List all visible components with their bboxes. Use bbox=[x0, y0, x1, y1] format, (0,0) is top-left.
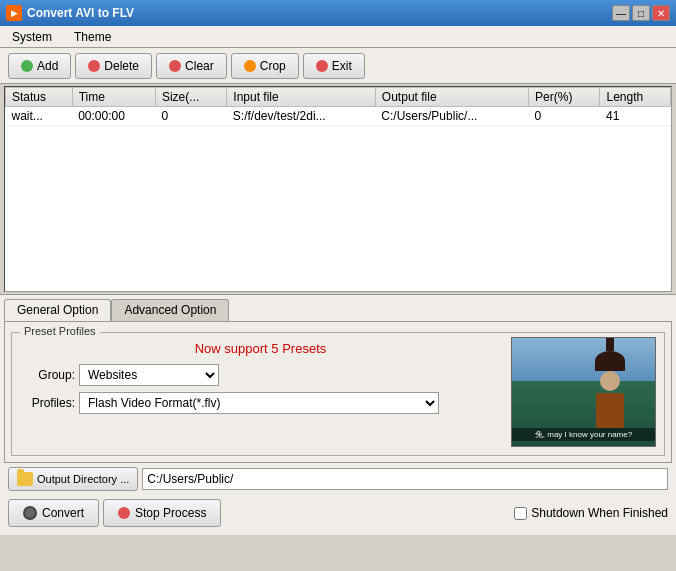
delete-icon bbox=[88, 60, 100, 72]
shutdown-checkbox-row: Shutdown When Finished bbox=[514, 506, 668, 520]
window-title: Convert AVI to FLV bbox=[27, 6, 134, 20]
maximize-button[interactable]: □ bbox=[632, 5, 650, 21]
tab-general[interactable]: General Option bbox=[4, 299, 111, 321]
stop-icon bbox=[118, 507, 130, 519]
output-directory-input[interactable] bbox=[142, 468, 668, 490]
bottom-panel: General Option Advanced Option Preset Pr… bbox=[0, 294, 676, 535]
video-thumbnail: 兔, may I know your name? bbox=[511, 337, 656, 447]
group-select[interactable]: WebsitesMobileHD VideoDVDCustom bbox=[79, 364, 219, 386]
col-status: Status bbox=[6, 88, 73, 107]
group-box-label: Preset Profiles bbox=[20, 325, 100, 337]
window-controls: — □ ✕ bbox=[612, 5, 670, 21]
add-button[interactable]: Add bbox=[8, 53, 71, 79]
gear-icon bbox=[23, 506, 37, 520]
shutdown-label: Shutdown When Finished bbox=[531, 506, 668, 520]
shutdown-checkbox[interactable] bbox=[514, 507, 527, 520]
menu-bar: System Theme bbox=[0, 26, 676, 48]
cell-per: 0 bbox=[529, 107, 600, 126]
table-row[interactable]: wait... 00:00:00 0 S:/f/dev/test/2di... … bbox=[6, 107, 671, 126]
convert-button[interactable]: Convert bbox=[8, 499, 99, 527]
tab-bar: General Option Advanced Option bbox=[4, 299, 672, 321]
clear-button[interactable]: Clear bbox=[156, 53, 227, 79]
output-directory-row: Output Directory ... bbox=[8, 467, 668, 491]
tab-advanced[interactable]: Advanced Option bbox=[111, 299, 229, 321]
title-bar: ▶ Convert AVI to FLV — □ ✕ bbox=[0, 0, 676, 26]
profiles-label: Profiles: bbox=[20, 396, 75, 410]
group-row: Group: WebsitesMobileHD VideoDVDCustom bbox=[20, 364, 501, 386]
stop-process-button[interactable]: Stop Process bbox=[103, 499, 221, 527]
toolbar: Add Delete Clear Crop Exit bbox=[0, 48, 676, 84]
menu-theme[interactable]: Theme bbox=[68, 28, 117, 46]
tab-content: Preset Profiles Now support 5 Presets Gr… bbox=[4, 321, 672, 463]
col-input: Input file bbox=[227, 88, 376, 107]
crop-icon bbox=[244, 60, 256, 72]
exit-button[interactable]: Exit bbox=[303, 53, 365, 79]
menu-system[interactable]: System bbox=[6, 28, 58, 46]
output-directory-button[interactable]: Output Directory ... bbox=[8, 467, 138, 491]
file-list: Status Time Size(... Input file Output f… bbox=[4, 86, 672, 292]
app-icon: ▶ bbox=[6, 5, 22, 21]
cell-size: 0 bbox=[155, 107, 226, 126]
clear-icon bbox=[169, 60, 181, 72]
col-time: Time bbox=[72, 88, 155, 107]
crop-button[interactable]: Crop bbox=[231, 53, 299, 79]
exit-icon bbox=[316, 60, 328, 72]
delete-button[interactable]: Delete bbox=[75, 53, 152, 79]
close-button[interactable]: ✕ bbox=[652, 5, 670, 21]
support-text: Now support 5 Presets bbox=[20, 341, 501, 356]
profiles-row: Profiles: Flash Video Format(*.flv)H.264… bbox=[20, 392, 501, 414]
folder-icon bbox=[17, 472, 33, 486]
video-subtitle: 兔, may I know your name? bbox=[512, 428, 655, 441]
col-per: Per(%) bbox=[529, 88, 600, 107]
preset-profiles-group: Preset Profiles Now support 5 Presets Gr… bbox=[11, 332, 665, 456]
cell-input: S:/f/dev/test/2di... bbox=[227, 107, 376, 126]
group-label: Group: bbox=[20, 368, 75, 382]
preset-controls: Now support 5 Presets Group: WebsitesMob… bbox=[20, 337, 501, 420]
cell-length: 41 bbox=[600, 107, 671, 126]
action-row: Convert Stop Process Shutdown When Finis… bbox=[4, 495, 672, 531]
col-length: Length bbox=[600, 88, 671, 107]
cell-time: 00:00:00 bbox=[72, 107, 155, 126]
cell-status: wait... bbox=[6, 107, 73, 126]
cell-output: C:/Users/Public/... bbox=[375, 107, 528, 126]
add-icon bbox=[21, 60, 33, 72]
col-size: Size(... bbox=[155, 88, 226, 107]
minimize-button[interactable]: — bbox=[612, 5, 630, 21]
profiles-select[interactable]: Flash Video Format(*.flv)H.264 MP4AVIMPE… bbox=[79, 392, 439, 414]
col-output: Output file bbox=[375, 88, 528, 107]
